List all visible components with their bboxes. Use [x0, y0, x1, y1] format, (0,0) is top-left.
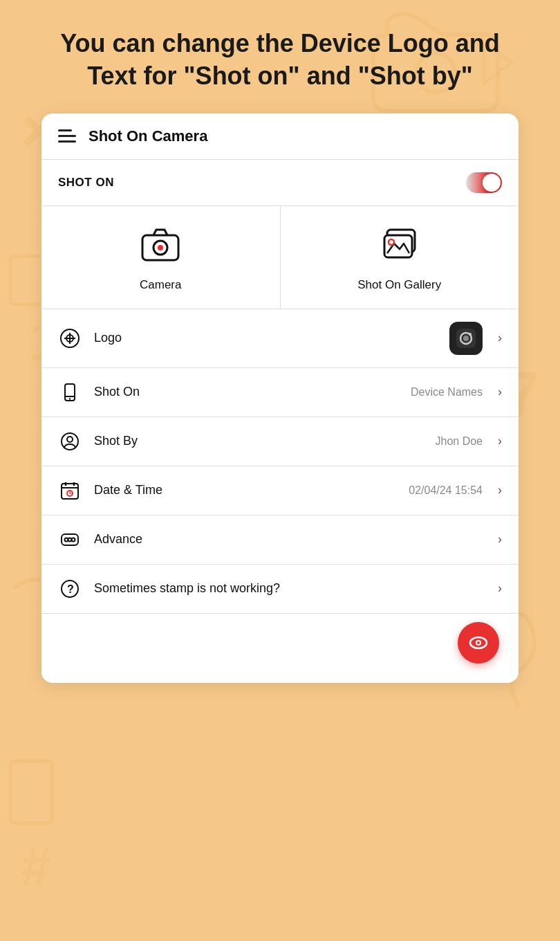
shot-on-label: SHOT ON: [58, 176, 114, 190]
date-time-label: Date & Time: [94, 483, 396, 497]
app-title: Shot On Camera: [88, 127, 207, 145]
preview-fab[interactable]: [458, 622, 499, 664]
help-icon: ?: [58, 577, 82, 601]
logo-icon: [58, 327, 82, 350]
tab-gallery[interactable]: Shot On Gallery: [281, 206, 519, 309]
shot-on-chevron: ›: [498, 385, 502, 399]
header-line2: Text for "Shot on" and "Shot by": [87, 62, 473, 90]
camera-icon: [138, 223, 183, 270]
shot-by-chevron: ›: [498, 434, 502, 448]
menu-row-date-time[interactable]: Date & Time 02/04/24 15:54 ›: [41, 466, 519, 515]
logo-preview: [449, 322, 483, 355]
advance-icon: [58, 528, 82, 551]
date-time-chevron: ›: [498, 483, 502, 497]
svg-rect-11: [384, 235, 412, 257]
svg-point-36: [72, 538, 75, 541]
shot-on-value: Device Names: [411, 386, 483, 399]
shot-by-label: Shot By: [94, 434, 423, 448]
svg-point-25: [67, 437, 73, 442]
gallery-icon: [377, 223, 422, 270]
advance-chevron: ›: [498, 532, 502, 547]
shot-on-toggle[interactable]: [466, 172, 502, 193]
date-time-value: 02/04/24 15:54: [409, 484, 483, 497]
menu-row-shot-by[interactable]: Shot By Jhon Doe ›: [41, 417, 519, 466]
svg-point-19: [463, 336, 469, 341]
tab-gallery-label: Shot On Gallery: [357, 278, 441, 292]
date-time-icon: [58, 479, 82, 502]
shot-on-icon: [58, 381, 82, 404]
menu-row-logo[interactable]: Logo ›: [41, 309, 519, 368]
tab-camera[interactable]: Camera: [41, 206, 281, 309]
eye-icon: [468, 632, 489, 653]
tab-camera-label: Camera: [140, 278, 181, 292]
svg-point-20: [469, 333, 472, 336]
svg-point-9: [158, 245, 163, 250]
header-text: You can change the Device Logo and Text …: [0, 0, 560, 113]
svg-point-23: [69, 398, 71, 399]
stamp-help-chevron: ›: [498, 581, 502, 596]
logo-label: Logo: [94, 331, 437, 345]
svg-point-41: [477, 641, 480, 644]
logo-chevron: ›: [498, 331, 502, 345]
svg-text:?: ?: [67, 583, 74, 595]
stamp-help-label: Sometimes stamp is not working?: [94, 581, 485, 596]
advance-label: Advance: [94, 532, 485, 547]
toggle-knob: [483, 174, 501, 192]
menu-button[interactable]: [58, 129, 76, 143]
menu-row-advance[interactable]: Advance ›: [41, 515, 519, 565]
tabs-row: Camera Shot On Gallery: [41, 206, 519, 309]
menu-row-shot-on[interactable]: Shot On Device Names ›: [41, 368, 519, 417]
shot-on-toggle-row: SHOT ON: [41, 160, 519, 206]
shot-by-value: Jhon Doe: [436, 435, 483, 448]
top-bar: Shot On Camera: [41, 113, 519, 160]
svg-rect-2: [10, 256, 45, 304]
svg-rect-5: [10, 761, 52, 823]
menu-row-stamp-help[interactable]: ? Sometimes stamp is not working? ›: [41, 565, 519, 614]
header-line1: You can change the Device Logo and: [60, 29, 499, 57]
shot-on-menu-label: Shot On: [94, 385, 398, 399]
app-card: Shot On Camera SHOT ON Camera: [41, 113, 519, 683]
shot-by-icon: [58, 430, 82, 453]
svg-text:#: #: [21, 836, 52, 897]
